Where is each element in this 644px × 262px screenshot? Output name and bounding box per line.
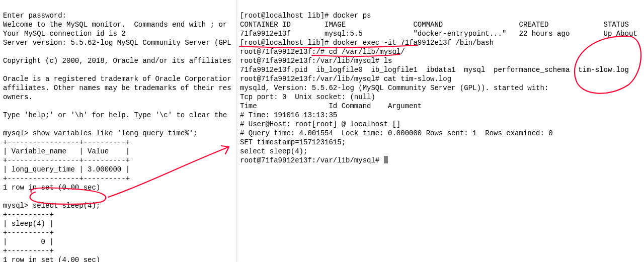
table-border: +----------+: [3, 247, 54, 255]
term-line: Your MySQL connection id is 2: [3, 30, 126, 38]
table-header: | Variable_name | Value |: [3, 147, 130, 155]
table-row: | 0 |: [3, 238, 54, 246]
cd-cmd: root@71fa9912e13f:/# cd /var/lib/mysql/: [240, 48, 405, 56]
slowlog-line: Tcp port: 0 Unix socket: (null): [240, 93, 375, 101]
shell-prompt[interactable]: root@71fa9912e13f:/var/lib/mysql#: [240, 156, 388, 164]
table-border: +-----------------+----------+: [3, 174, 130, 183]
slowlog-line: # Time: 191016 13:13:35: [240, 111, 337, 119]
table-border: +-----------------+----------+: [3, 156, 130, 164]
docker-ps-header: CONTAINER ID IMAGE COMMAND CREATED STATU…: [240, 21, 629, 29]
table-header: | sleep(4) |: [3, 220, 54, 228]
term-line: owners.: [3, 93, 33, 101]
prompt-text: root@71fa9912e13f:/var/lib/mysql#: [240, 156, 384, 164]
slowlog-line: select sleep(4);: [240, 147, 307, 155]
term-line: Server version: 5.5.62-log MySQL Communi…: [3, 39, 231, 47]
slowlog-line: Time Id Command Argument: [240, 102, 422, 110]
docker-ps-row: 71fa9912e13f mysql:5.5 "docker-entrypoin…: [240, 30, 637, 38]
right-terminal-pane[interactable]: [root@localhost lib]# docker ps CONTAINE…: [237, 0, 644, 262]
ls-cmd: root@71fa9912e13f:/var/lib/mysql# ls: [240, 57, 392, 65]
slowlog-line: # Query_time: 4.001554 Lock_time: 0.0000…: [240, 129, 553, 137]
table-border: +-----------------+----------+: [3, 138, 130, 146]
slowlog-line: mysqld, Version: 5.5.62-log (MySQL Commu…: [240, 84, 548, 92]
term-line: Copyright (c) 2000, 2018, Oracle and/or …: [3, 57, 231, 65]
term-line: Oracle is a registered trademark of Orac…: [3, 75, 231, 83]
cursor-icon: [384, 156, 388, 163]
slowlog-line: # User@Host: root[root] @ localhost []: [240, 120, 400, 128]
mysql-select-sleep-cmd: mysql> select sleep(4);: [3, 202, 100, 210]
ls-output: 71fa9912e13f.pid ib_logfile0 ib_logfile1…: [240, 66, 629, 74]
table-footer: 1 row in set (4.00 sec): [3, 256, 100, 262]
term-line: Enter password:: [3, 12, 66, 20]
docker-exec-cmd: [root@localhost lib]# docker exec -it 71…: [240, 39, 494, 47]
term-line: Welcome to the MySQL monitor. Commands e…: [3, 21, 231, 29]
table-border: +----------+: [3, 229, 54, 237]
slowlog-line: SET timestamp=1571231615;: [240, 138, 346, 146]
table-border: +----------+: [3, 211, 54, 219]
term-line: Type 'help;' or '\h' for help. Type '\c'…: [3, 111, 231, 119]
docker-ps-cmd: [root@localhost lib]# docker ps: [240, 12, 371, 20]
term-line: affiliates. Other names may be trademark…: [3, 84, 231, 92]
left-terminal-pane[interactable]: Enter password: Welcome to the MySQL mon…: [0, 0, 237, 262]
mysql-show-variables-cmd: mysql> show variables like 'long_query_t…: [3, 129, 197, 137]
terminal-split-view: Enter password: Welcome to the MySQL mon…: [0, 0, 644, 262]
cat-cmd: root@71fa9912e13f:/var/lib/mysql# cat ti…: [240, 75, 451, 83]
table-row: | long_query_time | 3.000000 |: [3, 165, 130, 173]
table-footer: 1 row in set (0.00 sec): [3, 184, 100, 192]
